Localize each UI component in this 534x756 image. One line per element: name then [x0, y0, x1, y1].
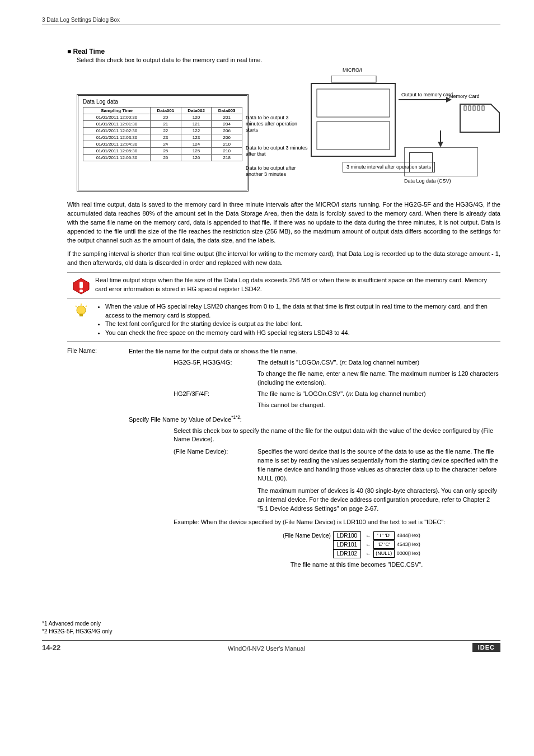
svg-rect-2 — [317, 122, 390, 150]
diagram-note-2: Data to be output 3 minutes after that — [246, 145, 310, 157]
memory-card-icon — [457, 101, 502, 135]
example-intro: Example: When the device specified by (F… — [174, 518, 500, 527]
svg-rect-8 — [469, 106, 471, 110]
table-row: 01/01/2011 12:04:3024124210 — [83, 141, 242, 148]
tip-list: When the value of HG special relay LSM20… — [95, 302, 500, 338]
microi-device-icon — [309, 76, 399, 160]
file-name-device-p1: Specifies the word device that is the so… — [257, 447, 500, 483]
section-subtitle: Select this check box to output data to … — [77, 57, 500, 63]
model-2-line2: This cannot be changed. — [257, 401, 500, 410]
model-1-label: HG2G-5F, HG3G/4G: — [174, 358, 257, 367]
datalog-title: Data Log data — [83, 99, 242, 105]
paragraph-1: With real time output, data is saved to … — [67, 200, 500, 245]
warning-text: Real time output stops when the file siz… — [95, 276, 500, 294]
down-arrow-icon — [435, 130, 446, 147]
memory-card-label: Memory Card — [449, 94, 480, 99]
specify-by-device-desc: Select this check box to specify the nam… — [174, 427, 500, 445]
diagram-note-3: Data to be output after another 3 minute… — [246, 165, 307, 178]
tip-callout: When the value of HG special relay LSM20… — [67, 299, 500, 342]
table-row: 01/01/2011 12:06:3026126218 — [83, 155, 242, 161]
svg-rect-7 — [464, 106, 466, 110]
file-name-label: File Name: — [67, 347, 129, 570]
svg-rect-1 — [317, 89, 390, 117]
svg-rect-11 — [482, 106, 484, 110]
table-row: 01/01/2011 12:00:3020120201 — [83, 114, 242, 121]
datalog-box: Data Log data Sampling Time Data001 Data… — [77, 94, 249, 192]
svg-marker-13 — [438, 142, 443, 147]
file-name-intro: Enter the file name for the output data … — [129, 347, 500, 356]
svg-rect-15 — [79, 282, 83, 288]
table-row: 01/01/2011 12:02:3022122206 — [83, 128, 242, 134]
interval-box: 3 minute interval after operation starts — [343, 162, 435, 172]
microi-label: MICRO/I — [343, 67, 362, 73]
realtime-diagram: MICRO/I Output to memory card Memory Car… — [77, 69, 500, 192]
register-row: LDR101←'E' 'C'4543(Hex) — [333, 540, 430, 549]
svg-rect-10 — [477, 106, 480, 110]
svg-rect-16 — [79, 290, 83, 292]
model-1-line2: To change the file name, enter a new fil… — [257, 370, 500, 388]
lightbulb-icon — [73, 304, 89, 319]
table-row: 01/01/2011 12:05:3025125210 — [83, 148, 242, 155]
brand-logo: IDEC — [472, 643, 500, 652]
warning-icon — [72, 277, 90, 295]
register-table: LDR100←' I ' 'D'4844(Hex)LDR101←'E' 'C'4… — [333, 531, 430, 558]
breadcrumb: 3 Data Log Settings Dialog Box — [42, 17, 500, 25]
file-name-device-label: (File Name Device): — [174, 447, 257, 514]
svg-rect-18 — [79, 314, 83, 316]
register-row: LDR100←' I ' 'D'4844(Hex) — [333, 531, 430, 540]
table-row: 01/01/2011 12:03:3023123206 — [83, 134, 242, 141]
paragraph-2: If the sampling interval is shorter than… — [67, 250, 500, 268]
diagram-note-1: Data to be output 3 minutes after operat… — [246, 115, 307, 133]
tip-item: When the value of HG special relay LSM20… — [105, 302, 500, 320]
example-result: The file name at this time becomes "IDEC… — [213, 561, 500, 570]
file-name-device-p2: The maximum number of devices is 40 (80 … — [257, 487, 500, 514]
register-row: LDR102←(NULL)0000(Hex) — [333, 549, 430, 558]
tip-item: The text font configured for the startin… — [105, 320, 500, 329]
footnote-1: *1 Advanced mode only — [42, 620, 500, 628]
svg-line-20 — [76, 306, 77, 307]
example-prefix: (File Name Device) — [283, 531, 331, 540]
output-to-label: Output to memory card — [401, 92, 453, 98]
svg-rect-9 — [473, 106, 475, 110]
manual-title: WindO/I-NV2 User's Manual — [228, 645, 305, 652]
specify-by-device-heading: Specify File Name by Value of Device*1*2… — [129, 414, 500, 424]
model-2-label: HG2F/3F/4F: — [174, 390, 257, 399]
table-row: 01/01/2011 12:01:3021121204 — [83, 121, 242, 128]
model-1-line1: The default is "LOGOn.CSV". (n: Data log… — [257, 358, 500, 367]
warning-callout: Real time output stops when the file siz… — [67, 272, 500, 299]
svg-rect-0 — [311, 83, 395, 156]
svg-point-17 — [77, 306, 86, 315]
svg-rect-3 — [331, 76, 376, 82]
datalog-table: Sampling Time Data001 Data002 Data003 01… — [83, 107, 242, 161]
svg-line-21 — [86, 306, 87, 307]
model-2-line1: The file name is "LOGOn.CSV". (n: Data l… — [257, 390, 500, 399]
tip-item: You can check the free space on the memo… — [105, 329, 500, 338]
csv-label: Data Log data (CSV) — [404, 178, 451, 184]
page-number: 14-22 — [42, 643, 60, 652]
section-heading: ■ Real Time — [67, 48, 500, 55]
footnote-2: *2 HG2G-5F, HG3G/4G only — [42, 628, 500, 636]
